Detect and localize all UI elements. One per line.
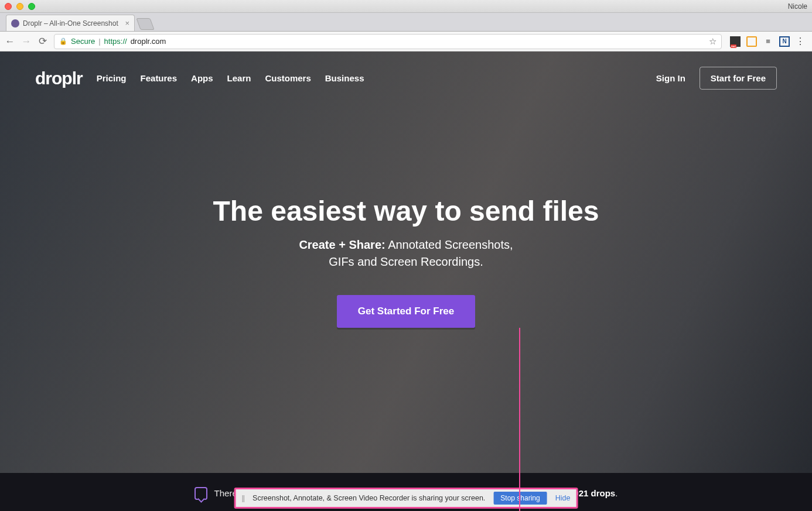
separator: |	[98, 37, 100, 46]
chrome-menu-icon[interactable]: ⋮	[796, 36, 805, 47]
profile-name: Nicole	[788, 2, 807, 11]
logo[interactable]: droplr	[35, 68, 83, 88]
window-controls	[5, 3, 35, 10]
stats-frag: .	[615, 488, 617, 498]
hero-copy: The easiest way to send files Create + S…	[0, 195, 812, 328]
stop-sharing-button[interactable]: Stop sharing	[493, 492, 547, 505]
nav-link-apps[interactable]: Apps	[191, 73, 213, 83]
page-content: droplr Pricing Features Apps Learn Custo…	[0, 52, 812, 511]
close-window-icon[interactable]	[5, 3, 12, 10]
sharing-message: Screenshot, Annotate, & Screen Video Rec…	[253, 494, 485, 502]
hero-headline: The easiest way to send files	[0, 195, 812, 227]
hero-section: droplr Pricing Features Apps Learn Custo…	[0, 52, 812, 473]
site-nav: droplr Pricing Features Apps Learn Custo…	[0, 52, 812, 90]
secure-label: Secure	[71, 37, 95, 46]
chat-icon	[195, 487, 207, 500]
annotation-highlight: || Screenshot, Annotate, & Screen Video …	[234, 488, 578, 509]
browser-toolbar: ← → ⟳ 🔒 Secure | https://droplr.com ☆ ≡ …	[0, 32, 812, 52]
address-bar[interactable]: 🔒 Secure | https://droplr.com ☆	[54, 34, 722, 49]
browser-tabstrip: Droplr – All-in-One Screenshot ×	[0, 13, 812, 32]
reload-button[interactable]: ⟳	[37, 35, 48, 47]
start-free-button[interactable]: Start for Free	[700, 67, 777, 90]
nav-link-features[interactable]: Features	[141, 73, 178, 83]
extension-icon[interactable]: N	[779, 36, 790, 47]
nav-link-business[interactable]: Business	[325, 73, 364, 83]
screen-sharing-bar: || Screenshot, Annotate, & Screen Video …	[236, 489, 576, 507]
favicon-icon	[11, 19, 19, 28]
hero-sub-text2: GIFs and Screen Recordings.	[329, 255, 483, 268]
new-tab-button[interactable]	[136, 18, 154, 30]
signin-link[interactable]: Sign In	[656, 73, 685, 83]
hide-sharing-button[interactable]: Hide	[555, 494, 571, 502]
get-started-button[interactable]: Get Started For Free	[337, 295, 475, 328]
annotation-arrow-icon	[519, 328, 520, 511]
extension-icon[interactable]: ≡	[763, 36, 773, 47]
url-host: droplr.com	[131, 37, 166, 46]
lock-icon: 🔒	[59, 37, 67, 45]
tab-title: Droplr – All-in-One Screenshot	[23, 19, 121, 28]
extension-icon[interactable]	[746, 36, 757, 47]
extensions: ≡ N ⋮	[728, 36, 807, 47]
bookmark-star-icon[interactable]: ☆	[709, 36, 717, 47]
zoom-window-icon[interactable]	[28, 3, 35, 10]
nav-link-pricing[interactable]: Pricing	[97, 73, 127, 83]
hero-sub-strong: Create + Share:	[299, 238, 385, 251]
nav-link-learn[interactable]: Learn	[227, 73, 251, 83]
minimize-window-icon[interactable]	[16, 3, 23, 10]
screen-recorder-extension-icon[interactable]	[730, 36, 741, 47]
mac-titlebar: Nicole	[0, 0, 812, 13]
browser-tab[interactable]: Droplr – All-in-One Screenshot ×	[6, 15, 135, 31]
nav-link-customers[interactable]: Customers	[265, 73, 311, 83]
close-tab-icon[interactable]: ×	[125, 19, 129, 28]
back-button[interactable]: ←	[5, 36, 15, 47]
url-protocol: https://	[104, 37, 127, 46]
hero-subhead: Create + Share: Annotated Screenshots, G…	[0, 236, 812, 270]
hero-sub-text: Annotated Screenshots,	[385, 238, 513, 251]
drag-handle-icon[interactable]: ||	[242, 494, 245, 502]
forward-button[interactable]: →	[21, 36, 32, 47]
